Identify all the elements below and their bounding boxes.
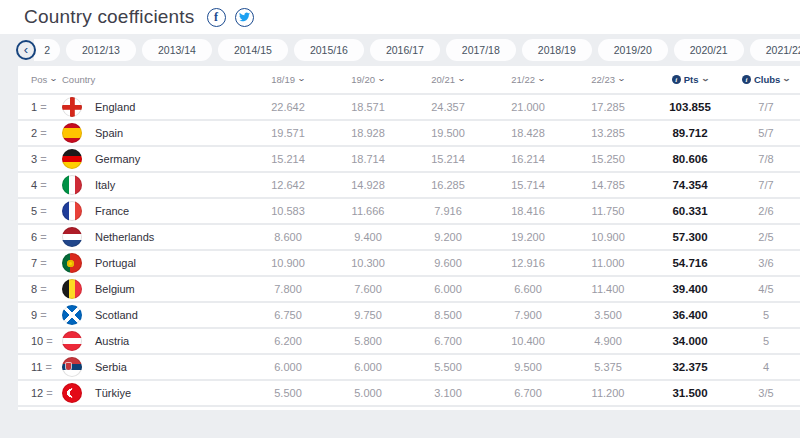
info-icon[interactable]: i [672,75,681,84]
clubs-cell: 2/5 [732,231,800,243]
season-value-cell: 11.666 [328,205,408,217]
season-tab-2016-17[interactable]: 2016/17 [370,39,440,61]
clubs-cell: 2/6 [732,205,800,217]
germany-flag-icon [62,149,82,169]
pos-cell: 1= [18,101,62,113]
country-name: Serbia [95,361,127,373]
season-tab-2019-20[interactable]: 2019/20 [598,39,668,61]
season-value-cell: 7.600 [328,283,408,295]
season-tab-2015-16[interactable]: 2015/16 [294,39,364,61]
table-row-spain[interactable]: 2= Spain 19.571 18.928 19.500 18.428 13.… [18,119,800,145]
season-value-cell: 15.214 [408,153,488,165]
season-value-cell: 16.214 [488,153,568,165]
sort-caret-icon: ⌄ [377,74,386,83]
country-cell: Serbia [62,357,248,377]
pos-cell: 4= [18,179,62,191]
country-name: France [95,205,129,217]
country-name: Austria [95,335,129,347]
table-row-belgium[interactable]: 8= Belgium 7.800 7.600 6.000 6.600 11.40… [18,275,800,301]
pos-cell: 9= [18,309,62,321]
sort-caret-icon: ⌄ [457,74,466,83]
pos-cell: 3= [18,153,62,165]
info-icon[interactable]: i [742,75,751,84]
season-value-cell: 6.750 [248,309,328,321]
season-value-cell: 16.285 [408,179,488,191]
season-value-cell: 5.000 [328,387,408,399]
pos-cell: 7= [18,257,62,269]
facebook-share-icon[interactable]: f [207,8,226,27]
season-value-cell: 12.916 [488,257,568,269]
next-row-sliver [18,405,800,410]
column-header-clubs[interactable]: i Clubs ⌄ [732,74,800,85]
table-row-türkiye[interactable]: 12= Türkiye 5.500 5.000 3.100 6.700 11.2… [18,379,800,405]
country-name: Scotland [95,309,138,321]
twitter-share-icon[interactable] [235,8,254,27]
table-row-germany[interactable]: 3= Germany 15.214 18.714 15.214 16.214 1… [18,145,800,171]
season-value-cell: 5.375 [568,361,648,373]
pts-cell: 34.000 [648,335,732,347]
pts-cell: 36.400 [648,309,732,321]
season-tab-2[interactable]: 2 [34,39,60,61]
clubs-cell: 7/8 [732,153,800,165]
season-value-cell: 11.400 [568,283,648,295]
season-value-cell: 15.714 [488,179,568,191]
season-tab-2020-21[interactable]: 2020/21 [674,39,744,61]
clubs-cell: 4 [732,361,800,373]
country-name: Portugal [95,257,136,269]
season-tab-2021-22[interactable]: 2021/22 [750,39,800,61]
column-header-22-23[interactable]: i 22/23 ⌄ [568,74,648,85]
season-value-cell: 6.000 [248,361,328,373]
season-tab-2014-15[interactable]: 2014/15 [218,39,288,61]
country-cell: Spain [62,123,248,143]
column-header-pos[interactable]: i Pos ⌄ [18,74,62,85]
page-title: Country coefficients [24,6,195,28]
season-tab-2017-18[interactable]: 2017/18 [446,39,516,61]
country-name: Netherlands [95,231,154,243]
column-header-country[interactable]: i Country ⌄ [62,74,248,85]
portugal-flag-icon [62,253,82,273]
season-tab-2012-13[interactable]: 2012/13 [66,39,136,61]
column-header-18-19[interactable]: i 18/19 ⌄ [248,74,328,85]
spain-flag-icon [62,123,82,143]
country-cell: France [62,201,248,221]
england-flag-icon [62,97,82,117]
pos-cell: 8= [18,283,62,295]
country-name: Belgium [95,283,135,295]
pts-cell: 31.500 [648,387,732,399]
serbia-flag-icon [62,357,82,377]
column-header-21-22[interactable]: i 21/22 ⌄ [488,74,568,85]
season-value-cell: 11.000 [568,257,648,269]
table-row-portugal[interactable]: 7= Portugal 10.900 10.300 9.600 12.916 1… [18,249,800,275]
table-row-italy[interactable]: 4= Italy 12.642 14.928 16.285 15.714 14.… [18,171,800,197]
season-value-cell: 7.800 [248,283,328,295]
table-row-scotland[interactable]: 9= Scotland 6.750 9.750 8.500 7.900 3.50… [18,301,800,327]
season-value-cell: 9.500 [488,361,568,373]
pos-cell: 2= [18,127,62,139]
country-name: Türkiye [95,387,131,399]
prev-season-button[interactable]: ‹ [16,40,36,60]
clubs-cell: 7/7 [732,101,800,113]
table-row-england[interactable]: 1= England 22.642 18.571 24.357 21.000 1… [18,93,800,119]
sort-caret-icon: ⌄ [782,74,791,83]
season-value-cell: 5.500 [408,361,488,373]
season-tab-2013-14[interactable]: 2013/14 [142,39,212,61]
season-value-cell: 10.900 [248,257,328,269]
belgium-flag-icon [62,279,82,299]
season-value-cell: 17.285 [568,101,648,113]
pos-cell: 10= [18,335,62,347]
column-header-19-20[interactable]: i 19/20 ⌄ [328,74,408,85]
table-row-netherlands[interactable]: 6= Netherlands 8.600 9.400 9.200 19.200 … [18,223,800,249]
table-row-austria[interactable]: 10= Austria 6.200 5.800 6.700 10.400 4.9… [18,327,800,353]
column-header-20-21[interactable]: i 20/21 ⌄ [408,74,488,85]
country-name: England [95,101,135,113]
season-value-cell: 19.571 [248,127,328,139]
sort-caret-icon: ⌄ [297,74,306,83]
table-row-france[interactable]: 5= France 10.583 11.666 7.916 18.416 11.… [18,197,800,223]
table-row-serbia[interactable]: 11= Serbia 6.000 6.000 5.500 9.500 5.375… [18,353,800,379]
season-value-cell: 13.285 [568,127,648,139]
season-value-cell: 8.600 [248,231,328,243]
pts-cell: 80.606 [648,153,732,165]
season-tab-2018-19[interactable]: 2018/19 [522,39,592,61]
season-value-cell: 15.214 [248,153,328,165]
column-header-pts[interactable]: i Pts ⌄ [648,74,732,85]
